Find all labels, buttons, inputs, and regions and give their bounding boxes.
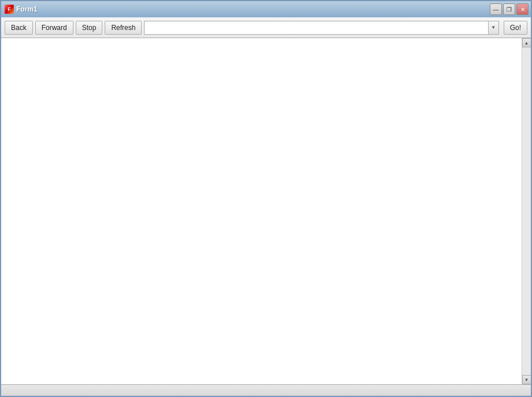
minimize-button[interactable]: — bbox=[490, 3, 502, 15]
dropdown-icon: ▼ bbox=[491, 25, 496, 30]
window-title: Form1 bbox=[16, 5, 38, 13]
scrollbar-right: ▲ ▼ bbox=[522, 38, 531, 384]
address-input[interactable] bbox=[144, 21, 488, 35]
maximize-button[interactable]: ❐ bbox=[503, 3, 515, 15]
address-dropdown-button[interactable]: ▼ bbox=[489, 21, 499, 35]
main-window: F Form1 — ❐ ✕ Back Forward Stop Refresh … bbox=[0, 0, 532, 397]
title-bar: F Form1 — ❐ ✕ bbox=[1, 1, 531, 17]
scroll-track[interactable] bbox=[522, 47, 531, 375]
go-button[interactable]: Go! bbox=[504, 21, 527, 35]
content-area: ▲ ▼ bbox=[1, 38, 531, 384]
refresh-button[interactable]: Refresh bbox=[105, 21, 142, 35]
scroll-down-button[interactable]: ▼ bbox=[522, 375, 531, 384]
back-button[interactable]: Back bbox=[5, 21, 33, 35]
close-button[interactable]: ✕ bbox=[516, 3, 529, 15]
status-bar bbox=[1, 384, 531, 396]
address-bar-wrapper: ▼ bbox=[144, 21, 498, 35]
title-bar-left: F Form1 bbox=[5, 5, 38, 14]
scroll-up-button[interactable]: ▲ bbox=[522, 38, 531, 47]
title-bar-controls: — ❐ ✕ bbox=[490, 3, 529, 15]
window-icon: F bbox=[5, 5, 14, 14]
forward-button[interactable]: Forward bbox=[35, 21, 73, 35]
toolbar: Back Forward Stop Refresh ▼ Go! bbox=[1, 17, 531, 38]
stop-button[interactable]: Stop bbox=[76, 21, 103, 35]
